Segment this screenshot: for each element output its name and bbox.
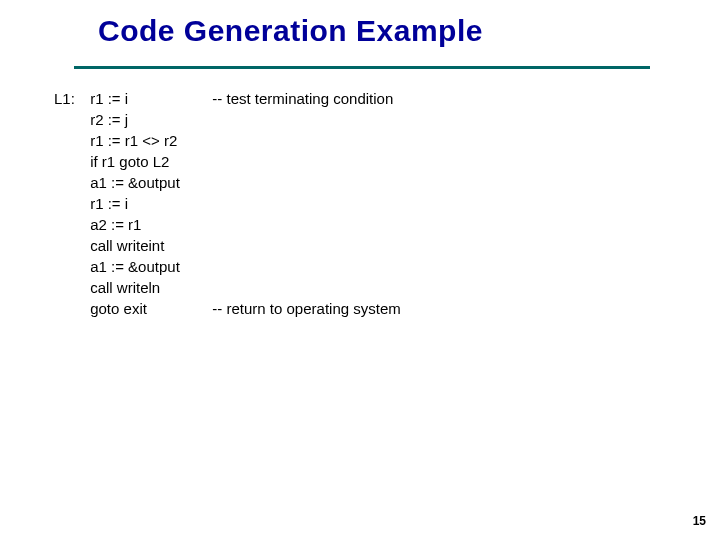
code-line: call writeln [54,277,401,298]
code-listing: L1: r1 := i -- test terminating conditio… [54,88,401,319]
title-underline [74,66,650,69]
code-label: L1: [54,88,86,109]
code-line: call writeint [54,235,401,256]
slide: Code Generation Example L1: r1 := i -- t… [0,0,720,540]
code-instr: if r1 goto L2 [90,151,208,172]
code-instr: r1 := r1 <> r2 [90,130,208,151]
code-line: r2 := j [54,109,401,130]
code-line: a1 := &output [54,172,401,193]
code-line: r1 := i [54,193,401,214]
code-instr: a1 := &output [90,172,208,193]
code-instr: r1 := i [90,193,208,214]
page-number: 15 [693,514,706,528]
slide-title: Code Generation Example [98,14,483,48]
code-line: a1 := &output [54,256,401,277]
code-line: r1 := r1 <> r2 [54,130,401,151]
code-instr: call writeln [90,277,208,298]
code-line: L1: r1 := i -- test terminating conditio… [54,88,401,109]
code-instr: r1 := i [90,88,208,109]
code-instr: a1 := &output [90,256,208,277]
code-instr: goto exit [90,298,208,319]
code-instr: r2 := j [90,109,208,130]
code-line: if r1 goto L2 [54,151,401,172]
code-comment: -- test terminating condition [212,88,393,109]
code-comment: -- return to operating system [212,298,400,319]
code-line: a2 := r1 [54,214,401,235]
code-instr: call writeint [90,235,208,256]
code-instr: a2 := r1 [90,214,208,235]
code-line: goto exit -- return to operating system [54,298,401,319]
